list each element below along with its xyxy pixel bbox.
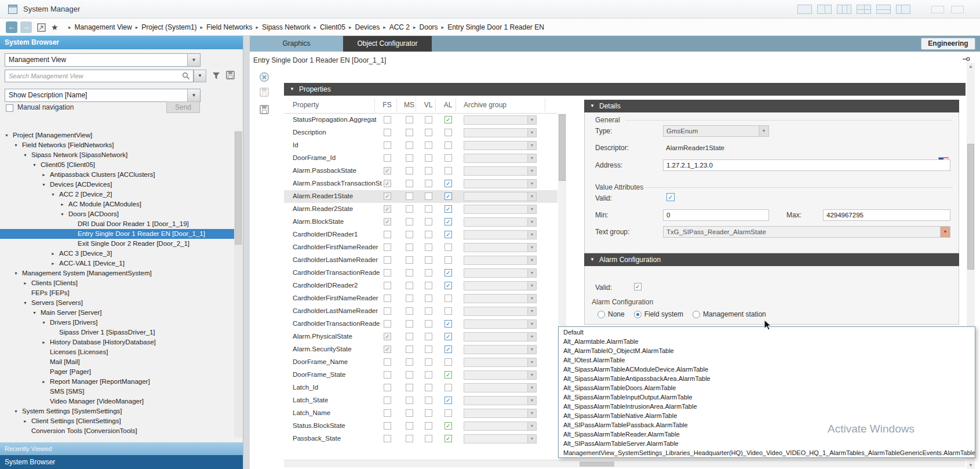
three-pane-layout-icon[interactable] xyxy=(837,5,851,14)
fs-checkbox[interactable]: ✓ xyxy=(384,192,391,200)
filter-funnel-icon[interactable] xyxy=(212,72,221,82)
property-row[interactable]: DoorFrame_Name▼ xyxy=(284,356,558,369)
al-checkbox[interactable]: ✓ xyxy=(445,435,452,442)
ms-checkbox[interactable] xyxy=(406,346,413,353)
property-row[interactable]: CardholderLastNameReader▼ xyxy=(284,254,558,267)
archive-group-dropdown[interactable]: ▼ xyxy=(464,268,537,278)
forward-button[interactable]: → xyxy=(20,21,32,33)
collapse-arrow-icon[interactable]: ▼ xyxy=(290,83,294,96)
al-checkbox[interactable] xyxy=(445,409,452,417)
vl-checkbox[interactable] xyxy=(425,116,432,123)
vl-checkbox[interactable] xyxy=(425,320,432,328)
column-header-property[interactable]: Property xyxy=(293,96,319,114)
close-circle-icon[interactable] xyxy=(259,72,269,84)
tree-item[interactable]: ▼Sipass Network [SipassNetwork] xyxy=(0,150,234,160)
scrollbar-thumb[interactable] xyxy=(967,144,974,270)
valid-checkbox[interactable]: ✓ xyxy=(666,193,675,201)
archive-group-dropdown[interactable]: ▼ xyxy=(464,166,537,176)
breadcrumb-item[interactable]: Management View xyxy=(75,23,132,31)
fs-checkbox[interactable] xyxy=(384,141,391,149)
vl-checkbox[interactable] xyxy=(425,409,432,417)
dropdown-arrow-icon[interactable]: ▼ xyxy=(940,227,950,237)
vl-checkbox[interactable] xyxy=(425,218,432,226)
tree-item[interactable]: Licenses [Licenses] xyxy=(0,347,234,357)
ms-checkbox[interactable] xyxy=(406,192,413,200)
tree-item[interactable]: ▼System Settings [SystemSettings] xyxy=(0,406,234,416)
fs-checkbox[interactable] xyxy=(384,409,391,417)
archive-group-dropdown[interactable]: ▼ xyxy=(464,345,537,354)
radio-option[interactable]: Management station xyxy=(693,310,766,318)
descriptor-value[interactable]: AlarmReader1State xyxy=(666,144,724,151)
al-checkbox[interactable]: ✓ xyxy=(445,320,452,328)
address-field[interactable]: 1.27.2.1_1.23.0 xyxy=(663,159,950,171)
ms-checkbox[interactable] xyxy=(406,218,413,226)
collapse-arrow-icon[interactable]: ▼ xyxy=(14,406,22,416)
property-row[interactable]: Passback_State✓▼ xyxy=(284,432,558,445)
al-checkbox[interactable]: ✓ xyxy=(445,192,452,200)
archive-group-dropdown[interactable]: ▼ xyxy=(464,383,537,392)
tree-item[interactable]: ▼Doors [ACDoors] xyxy=(0,209,234,219)
fs-checkbox[interactable]: ✓ xyxy=(384,205,391,213)
al-checkbox[interactable]: ✓ xyxy=(445,346,452,353)
al-checkbox[interactable]: ✓ xyxy=(445,282,452,289)
vl-checkbox[interactable] xyxy=(425,282,432,289)
single-pane-layout-icon[interactable] xyxy=(797,5,812,14)
text-group-dropdown[interactable]: TxG_SIPass_Reader_AlarmState ▼ xyxy=(663,226,950,238)
vl-checkbox[interactable] xyxy=(425,371,432,379)
property-row[interactable]: StatusPropagation.Aggregat✓▼ xyxy=(284,114,558,126)
radio-button[interactable] xyxy=(693,311,700,318)
vl-checkbox[interactable] xyxy=(425,129,432,136)
tree-item[interactable]: Entry Single Door 1 Reader EN [Door_1_1] xyxy=(0,229,234,239)
archive-group-dropdown[interactable]: ▼ xyxy=(464,332,537,341)
tree-item[interactable]: DRI Dual Door Reader 1 [Door_1_19] xyxy=(0,219,234,229)
vl-checkbox[interactable] xyxy=(425,243,432,251)
save-icon[interactable] xyxy=(260,88,269,99)
tree-item[interactable]: ▼Management System [ManagementSystem] xyxy=(0,268,234,278)
dropdown-option[interactable]: Alt_AlarmTableIO_ObjectM.AlarmTable xyxy=(559,346,975,355)
send-button[interactable]: Send xyxy=(166,101,200,113)
description-selector-dropdown[interactable]: Show Description [Name] ▼ xyxy=(5,89,201,102)
vl-checkbox[interactable] xyxy=(425,384,432,391)
min-field[interactable]: 0 xyxy=(663,209,769,221)
ms-checkbox[interactable] xyxy=(406,307,413,315)
search-input[interactable] xyxy=(5,70,194,82)
back-button[interactable]: ← xyxy=(6,21,17,33)
radio-button[interactable] xyxy=(598,311,605,318)
tree-item[interactable]: SMS [SMS] xyxy=(0,387,234,397)
vl-checkbox[interactable] xyxy=(425,346,432,353)
dropdown-option[interactable]: Alt_SipassAlarmTableDoors.AlarmTable xyxy=(559,383,975,392)
radio-option[interactable]: None xyxy=(598,310,625,318)
ms-checkbox[interactable] xyxy=(406,269,413,277)
fs-checkbox[interactable] xyxy=(384,116,391,123)
fs-checkbox[interactable] xyxy=(384,397,391,404)
scroll-up-icon[interactable]: ▲ xyxy=(967,64,975,69)
search-dropdown-arrow-icon[interactable]: ▼ xyxy=(194,70,206,82)
tree-item[interactable]: ►Report Manager [ReportManager] xyxy=(0,377,234,387)
fs-checkbox[interactable] xyxy=(384,320,391,328)
ms-checkbox[interactable] xyxy=(406,384,413,391)
breadcrumb-item[interactable]: Doors xyxy=(420,23,438,31)
breadcrumb-item[interactable]: ACC 2 xyxy=(389,23,410,31)
al-checkbox[interactable]: ✓ xyxy=(445,371,452,379)
tree-item[interactable]: Exit Single Door 2 Reader [Door_2_1] xyxy=(0,239,234,249)
ms-checkbox[interactable] xyxy=(406,167,413,174)
fs-checkbox[interactable]: ✓ xyxy=(384,218,391,226)
tree-scrollbar[interactable] xyxy=(234,130,243,438)
system-browser-bottom-tab[interactable]: System Browser xyxy=(0,455,243,469)
archive-group-dropdown[interactable]: ▼ xyxy=(464,281,537,290)
dropdown-option[interactable]: Alt_Alarmtable.AlarmTable xyxy=(559,337,975,346)
tree-item[interactable]: Mail [Mail] xyxy=(0,357,234,367)
al-checkbox[interactable] xyxy=(445,154,452,162)
scrollbar-thumb[interactable] xyxy=(580,461,614,467)
collapse-arrow-icon[interactable]: ▼ xyxy=(23,150,31,160)
property-row[interactable]: Latch_State✓▼ xyxy=(284,394,558,407)
ms-checkbox[interactable] xyxy=(406,282,413,289)
property-row[interactable]: CardholderTransactionReade✓▼ xyxy=(284,318,558,330)
ms-checkbox[interactable] xyxy=(406,129,413,136)
dropdown-option[interactable]: ManagementView_SystemSettings_Libraries_… xyxy=(559,448,975,457)
al-checkbox[interactable]: ✓ xyxy=(445,180,452,187)
split-pane-layout-icon[interactable] xyxy=(857,5,871,14)
column-header-ms[interactable]: MS xyxy=(399,96,420,114)
ms-checkbox[interactable] xyxy=(406,141,413,149)
archive-group-dropdown[interactable]: ▼ xyxy=(464,128,537,137)
